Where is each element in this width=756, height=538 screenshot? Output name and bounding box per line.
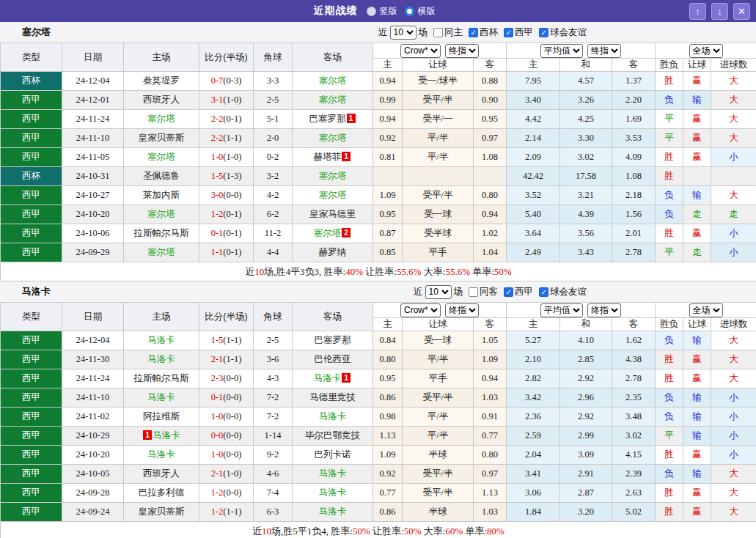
corners-cell: 7-2 [254,388,293,408]
summary-text: 让胜率: [370,526,404,537]
same-home-checkbox[interactable] [433,28,443,37]
home-odds-cell: 0.92 [373,465,403,484]
average-select[interactable]: 平均值 [540,44,583,58]
avg-draw-cell: 2.91 [560,465,612,484]
home-odds-cell: 1.09 [373,446,403,465]
close-button[interactable]: ✕ [733,3,750,20]
fulltime-score: 3-1 [211,95,224,105]
friendly-checkbox[interactable] [539,287,548,297]
summary-text: 55.6% [445,266,470,277]
team-name: 巴列卡诺 [315,449,351,460]
avg-home-cell: 2.04 [507,446,560,465]
horizontal-layout-radio[interactable] [405,7,414,16]
copa-checkbox[interactable] [469,28,478,37]
vertical-layout-label[interactable]: 竖版 [380,5,397,18]
bookmaker-select[interactable]: Crow* [400,303,441,317]
summary-text: 50% [404,526,422,537]
scope-select[interactable]: 全场 [689,303,723,317]
away-team-cell: 赫罗纳 [293,243,373,262]
team-name: 拉斯帕尔马斯 [134,228,189,238]
checkbox-label[interactable]: 球会友谊 [550,26,587,39]
type-header: 类型 [1,43,62,72]
handicap-result-cell: 输 [683,427,711,446]
odds-stage-select[interactable]: 终指 [445,44,479,58]
home-team-cell: 马洛卡 [124,350,199,369]
scope-select[interactable]: 全场 [689,44,723,58]
summary-row: 近10场,胜4平3负3, 胜率:40% 让胜率:55.6% 大率:55.6% 单… [1,262,756,281]
result-cell: 胜 [656,484,683,503]
date-cell: 24-11-05 [62,148,124,167]
summary-text: 10 [254,266,264,277]
date-cell: 24-11-10 [62,388,124,408]
result-cell: 平 [656,243,683,262]
laliga-checkbox[interactable] [504,28,513,37]
bookmaker-select[interactable]: Crow* [400,44,441,58]
team-name: 西班牙人 [143,95,180,105]
date-cell: 24-11-02 [62,408,124,427]
horizontal-layout-label[interactable]: 横版 [418,5,436,18]
handicap-result-cell: 赢 [683,224,711,243]
same-away-checkbox[interactable] [469,287,478,297]
away-odds-cell: 0.97 [474,465,507,484]
title-bar: 近期战绩 竖版 横版 ↑ ↓ ✕ [0,0,756,22]
scroll-up-button[interactable]: ↑ [689,3,706,20]
handicap-result-cell: 输 [683,331,711,350]
checkbox-label[interactable]: 西杯 [480,26,498,39]
avg-home-cell: 2.36 [507,408,560,427]
average-dropdown-cell: 平均值终指 [507,303,656,318]
subheader-col-0: 主 [373,59,403,72]
handicap-cell: 半球 [403,446,474,465]
avg-stage-select[interactable]: 终指 [587,44,621,58]
handicap-result-cell: 输 [683,408,711,427]
away-team-cell: 马洛卡 [293,465,373,484]
odds-stage-select[interactable]: 终指 [445,303,479,317]
match-row: 西甲24-10-20马洛卡1-0(0-0)9-2巴列卡诺1.09半球0.802.… [1,446,756,465]
away-team-cell: 塞尔塔 [293,72,373,91]
scroll-down-button[interactable]: ↓ [711,3,728,20]
home-odds-cell: 0.99 [373,91,403,110]
summary-text: 单率: [470,266,494,277]
checkbox-label[interactable]: 球会友谊 [550,286,587,298]
match-row: 西甲24-11-05塞尔塔1-0(1-0)0-2赫塔菲10.81平/半1.082… [1,148,756,167]
recent-count-select[interactable]: 10 [390,26,416,40]
avg-stage-select[interactable]: 终指 [587,303,621,317]
friendly-checkbox[interactable] [539,28,548,37]
checkbox-label[interactable]: 同客 [480,286,498,298]
summary-cell: 近10场,胜4平3负3, 胜率:40% 让胜率:55.6% 大率:55.6% 单… [1,262,756,281]
laliga-checkbox[interactable] [504,287,513,297]
avg-draw-cell: 3.09 [560,446,612,465]
home-odds-cell: 0.98 [373,408,403,427]
checkbox-label[interactable]: 西甲 [515,286,533,298]
average-select[interactable]: 平均值 [540,303,583,317]
avg-draw-cell: 3.02 [560,148,612,167]
result-cell: 胜 [656,72,683,91]
score-cell: 1-0(1-0) [199,148,254,167]
filter-controls: 近 10 场 同客 西甲 球会友谊 [414,285,587,299]
halftime-score: (1-1) [223,354,241,364]
score-cell: 1-1(0-1) [199,243,254,262]
score-cell: 2-3(0-0) [199,369,254,388]
competition-cell: 西杯 [1,167,62,186]
avg-draw-cell: 2.87 [560,484,612,503]
home-odds-cell: 0.94 [373,72,403,91]
goals-result-cell: 大 [711,186,756,205]
team-name: 赫罗纳 [319,247,347,257]
handicap-result-cell: 赢 [683,148,711,167]
competition-cell: 西甲 [1,427,62,446]
avg-home-cell: 5.40 [507,205,560,224]
recent-count-select[interactable]: 10 [425,285,452,299]
subheader-col-4: 和 [560,59,612,72]
fulltime-score: 2-2 [211,114,224,124]
handicap-result-cell: 赢 [683,129,711,148]
date-cell: 24-10-31 [62,167,124,186]
checkbox-label[interactable]: 西甲 [515,26,533,39]
vertical-layout-radio[interactable] [367,7,376,16]
corners-cell: 7-4 [254,484,293,503]
away-team-cell: 巴列卡诺 [293,446,373,465]
summary-text: 近 [245,266,254,277]
home-team-cell: 西班牙人 [124,91,199,110]
match-row: 西杯24-10-31圣佩德鲁1-5(1-3)3-2塞尔塔42.4217.581.… [1,167,756,186]
checkbox-label[interactable]: 同主 [444,26,463,39]
corners-cell: 6-2 [254,205,293,224]
result-cell: 负 [656,465,683,484]
